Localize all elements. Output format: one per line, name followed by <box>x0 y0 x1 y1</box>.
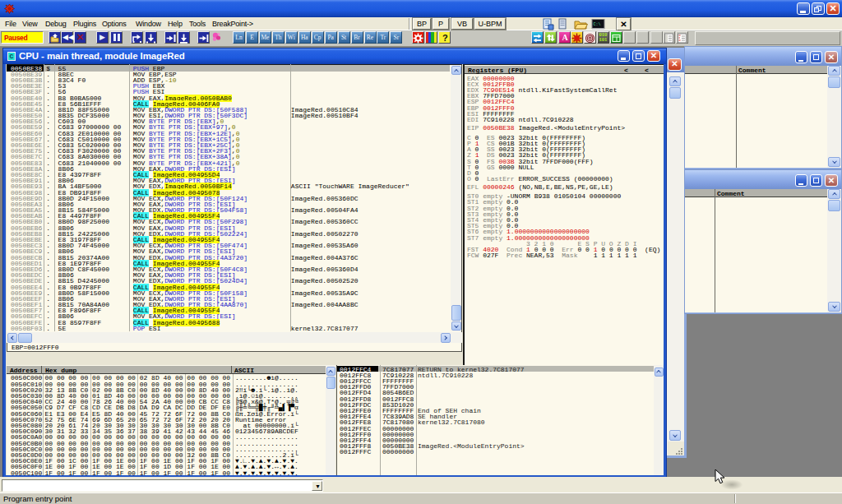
svg-text:C:\: C:\ <box>594 22 601 27</box>
